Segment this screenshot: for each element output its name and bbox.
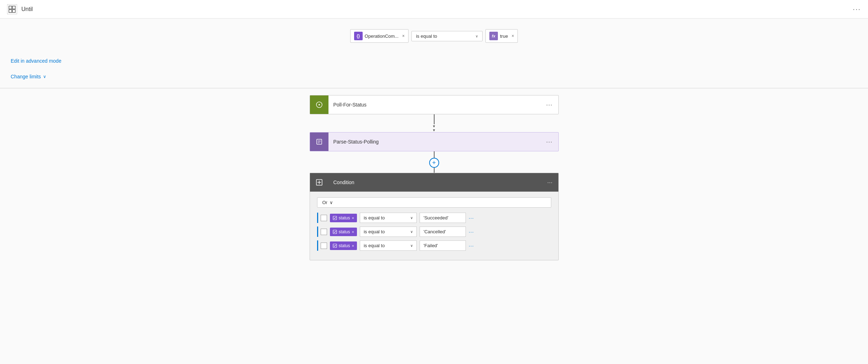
parse-status-polling-block[interactable]: Parse-Status-Polling ···: [310, 132, 559, 151]
condition-row-1: status × is equal to ∨ 'Cancelled' ···: [317, 227, 551, 237]
condition-row-more-0[interactable]: ···: [469, 215, 474, 221]
value-token-close[interactable]: ×: [511, 33, 514, 38]
change-limits-row: Change limits ∨: [11, 74, 46, 79]
title-bar-more-button[interactable]: ···: [853, 5, 861, 13]
condition-header: {} OperationCom... × is equal to ∨ fx tr…: [0, 29, 868, 43]
svg-rect-2: [9, 10, 12, 12]
svg-rect-3: [12, 10, 15, 12]
flow-canvas: Poll-For-Status ··· ▼ Parse-Status-Polli…: [0, 88, 868, 364]
operation-token-chip[interactable]: {} OperationCom... ×: [350, 29, 409, 43]
add-button-row: +: [429, 151, 439, 173]
add-btn-line-bottom: [434, 168, 435, 173]
condition-value-0: 'Succeeded': [420, 213, 466, 223]
title-bar-title: Until: [21, 6, 33, 12]
main-content: {} OperationCom... × is equal to ∨ fx tr…: [0, 19, 868, 364]
parse-status-polling-icon: [310, 132, 328, 151]
condition-operator-chevron-2: ∨: [410, 244, 413, 248]
title-bar-left: Until: [7, 4, 33, 14]
parse-status-polling-title: Parse-Status-Polling: [328, 139, 541, 145]
poll-for-status-icon: [310, 95, 328, 114]
operator-dropdown-chevron: ∨: [475, 34, 478, 38]
operator-dropdown[interactable]: is equal to ∨: [411, 31, 483, 41]
operation-token-close[interactable]: ×: [402, 33, 405, 38]
condition-checkbox-2[interactable]: [321, 243, 327, 249]
value-token-label: true: [500, 33, 508, 39]
add-btn-line-top: [434, 151, 435, 158]
condition-row-2: status × is equal to ∨ 'Failed' ···: [317, 240, 551, 251]
condition-value-2: 'Failed': [420, 240, 466, 251]
svg-rect-10: [333, 244, 337, 248]
add-action-button[interactable]: +: [429, 158, 439, 168]
condition-operator-dropdown-0[interactable]: is equal to ∨: [360, 213, 417, 223]
condition-row-more-1[interactable]: ···: [469, 229, 474, 235]
value-token-icon: fx: [489, 32, 498, 40]
arrow-connector-1: ▼: [432, 114, 436, 132]
svg-point-5: [319, 104, 320, 105]
poll-for-status-more[interactable]: ···: [540, 101, 558, 109]
or-button[interactable]: Or ∨: [317, 197, 551, 208]
status-chip-close-1[interactable]: ×: [352, 230, 354, 234]
condition-operator-value-2: is equal to: [364, 243, 385, 248]
operator-dropdown-value: is equal to: [416, 33, 437, 39]
operation-token-icon: {}: [354, 32, 363, 40]
condition-operator-value-0: is equal to: [364, 215, 385, 220]
app-icon: [7, 4, 17, 14]
edit-advanced-mode-anchor[interactable]: Edit in advanced mode: [11, 58, 61, 64]
value-token-chip[interactable]: fx true ×: [485, 29, 518, 43]
svg-rect-8: [333, 216, 337, 220]
poll-for-status-block[interactable]: Poll-For-Status ···: [310, 95, 559, 114]
svg-rect-1: [12, 6, 15, 9]
status-chip-2[interactable]: status ×: [330, 241, 357, 250]
status-chip-label-0: status: [339, 215, 350, 220]
flow-center: Poll-For-Status ··· ▼ Parse-Status-Polli…: [310, 95, 559, 364]
svg-rect-0: [9, 6, 12, 9]
parse-status-polling-more[interactable]: ···: [540, 138, 558, 146]
arrow-head-1: ▼: [432, 124, 436, 128]
svg-rect-9: [333, 230, 337, 234]
condition-card-icon: [310, 173, 328, 192]
condition-row-more-2[interactable]: ···: [469, 243, 474, 249]
title-bar: Until ···: [0, 0, 868, 19]
status-chip-close-0[interactable]: ×: [352, 216, 354, 220]
condition-checkbox-0[interactable]: [321, 215, 327, 221]
status-chip-1[interactable]: status ×: [330, 228, 357, 236]
edit-advanced-mode-link[interactable]: Edit in advanced mode: [11, 58, 61, 64]
condition-expression-row: {} OperationCom... × is equal to ∨ fx tr…: [350, 29, 518, 43]
status-chip-close-2[interactable]: ×: [352, 244, 354, 248]
change-limits-link[interactable]: Change limits: [11, 74, 41, 79]
status-chip-label-1: status: [339, 229, 350, 234]
condition-card-title: Condition: [328, 180, 542, 185]
or-button-chevron: ∨: [330, 200, 333, 205]
poll-for-status-title: Poll-For-Status: [328, 102, 541, 108]
condition-operator-chevron-0: ∨: [410, 216, 413, 220]
status-chip-label-2: status: [339, 243, 350, 248]
condition-checkbox-1[interactable]: [321, 229, 327, 235]
condition-operator-dropdown-1[interactable]: is equal to ∨: [360, 227, 417, 237]
condition-card: Condition ··· Or ∨ status: [310, 173, 559, 260]
condition-operator-value-1: is equal to: [364, 229, 385, 234]
condition-card-body: Or ∨ status × is equal to ∨: [310, 192, 558, 260]
condition-value-1: 'Cancelled': [420, 227, 466, 237]
condition-card-more[interactable]: ···: [541, 179, 558, 186]
condition-operator-dropdown-2[interactable]: is equal to ∨: [360, 240, 417, 251]
operation-token-label: OperationCom...: [365, 33, 399, 39]
condition-row-0: status × is equal to ∨ 'Succeeded' ···: [317, 213, 551, 223]
or-button-label: Or: [322, 200, 327, 205]
change-limits-chevron[interactable]: ∨: [43, 74, 46, 79]
condition-card-header: Condition ···: [310, 173, 558, 192]
status-chip-0[interactable]: status ×: [330, 214, 357, 222]
condition-operator-chevron-1: ∨: [410, 230, 413, 234]
